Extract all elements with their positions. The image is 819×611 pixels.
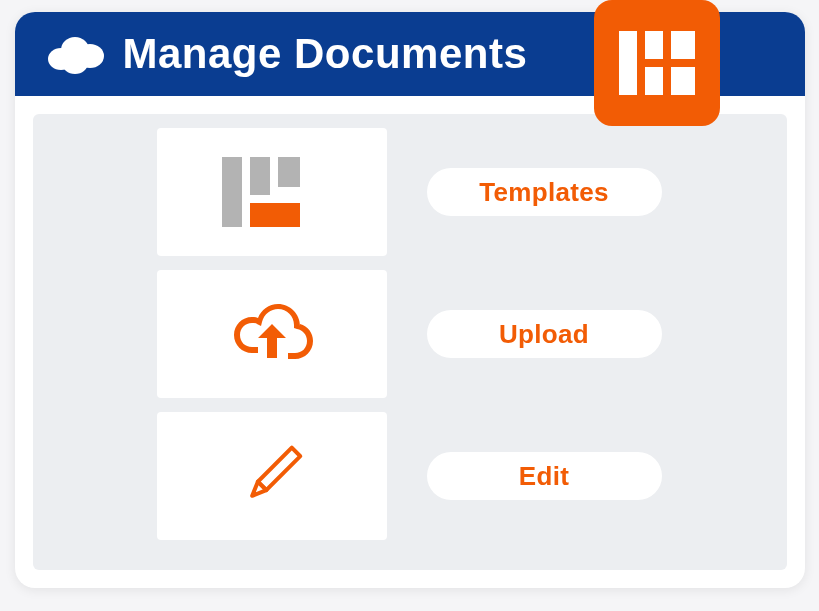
upload-button[interactable]: Upload <box>427 310 662 358</box>
pencil-icon <box>232 436 312 516</box>
svg-rect-7 <box>671 31 695 59</box>
svg-rect-10 <box>250 157 270 195</box>
panel-header: Manage Documents <box>15 12 805 96</box>
templates-button-label: Templates <box>479 177 608 208</box>
edit-button-label: Edit <box>519 461 569 492</box>
templates-tile <box>157 128 387 256</box>
edit-tile <box>157 412 387 540</box>
panel-body: Templates Upload <box>15 96 805 588</box>
option-row-templates[interactable]: Templates <box>47 128 773 256</box>
templates-button[interactable]: Templates <box>427 168 662 216</box>
svg-rect-13 <box>257 448 299 490</box>
panel-title: Manage Documents <box>123 30 528 78</box>
edit-button[interactable]: Edit <box>427 452 662 500</box>
svg-rect-12 <box>250 203 300 227</box>
option-row-upload[interactable]: Upload <box>47 270 773 398</box>
upload-tile <box>157 270 387 398</box>
svg-rect-9 <box>222 157 242 227</box>
svg-rect-11 <box>278 157 300 187</box>
svg-rect-8 <box>671 67 695 95</box>
svg-rect-6 <box>645 67 663 95</box>
app-badge <box>594 0 720 126</box>
svg-point-3 <box>62 52 88 74</box>
manage-documents-panel: Manage Documents <box>15 12 805 588</box>
option-row-edit[interactable]: Edit <box>47 412 773 540</box>
svg-rect-5 <box>645 31 663 59</box>
salesforce-cloud-icon <box>45 33 105 75</box>
svg-rect-4 <box>619 31 637 95</box>
cloud-upload-icon <box>224 298 320 370</box>
templates-icon <box>222 157 322 227</box>
dashboard-icon <box>619 31 695 95</box>
upload-button-label: Upload <box>499 319 589 350</box>
content-area: Templates Upload <box>33 114 787 570</box>
